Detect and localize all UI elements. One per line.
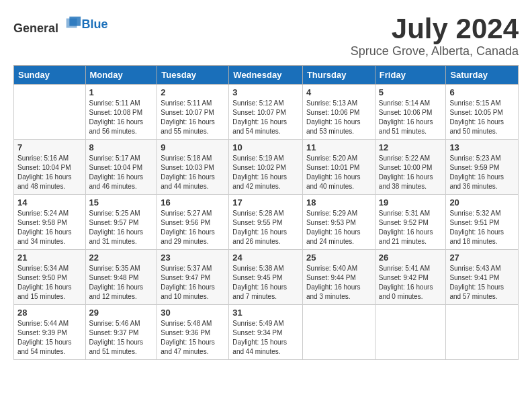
calendar-day-header: Sunday [14,66,86,85]
day-info: Sunrise: 5:19 AM Sunset: 10:02 PM Daylig… [232,154,299,191]
day-info: Sunrise: 5:22 AM Sunset: 10:00 PM Daylig… [379,154,443,191]
day-number: 15 [89,197,154,208]
day-number: 6 [449,87,515,97]
calendar-cell: 14Sunrise: 5:24 AM Sunset: 9:58 PM Dayli… [14,195,86,250]
calendar-cell: 26Sunrise: 5:41 AM Sunset: 9:42 PM Dayli… [375,250,446,305]
calendar-cell [14,85,86,140]
day-number: 1 [89,87,154,97]
day-number: 14 [17,197,82,208]
calendar-day-header: Tuesday [157,66,229,85]
day-info: Sunrise: 5:13 AM Sunset: 10:06 PM Daylig… [306,99,371,136]
page-header: General Blue July 2024 Spruce Grove, Alb… [13,13,519,58]
day-number: 30 [161,308,225,318]
calendar-day-header: Thursday [302,66,375,85]
day-number: 19 [379,197,443,208]
day-number: 4 [306,87,371,97]
day-info: Sunrise: 5:16 AM Sunset: 10:04 PM Daylig… [17,154,82,191]
day-number: 27 [449,253,515,263]
calendar-week-row: 21Sunrise: 5:34 AM Sunset: 9:50 PM Dayli… [14,250,519,305]
day-info: Sunrise: 5:41 AM Sunset: 9:42 PM Dayligh… [379,264,443,302]
day-info: Sunrise: 5:20 AM Sunset: 10:01 PM Daylig… [306,154,371,191]
day-info: Sunrise: 5:15 AM Sunset: 10:05 PM Daylig… [449,99,515,136]
calendar-cell: 24Sunrise: 5:38 AM Sunset: 9:45 PM Dayli… [229,250,303,305]
logo: General Blue [13,13,108,36]
day-number: 24 [232,253,299,263]
day-info: Sunrise: 5:12 AM Sunset: 10:07 PM Daylig… [232,99,299,136]
calendar-cell: 7Sunrise: 5:16 AM Sunset: 10:04 PM Dayli… [14,140,86,195]
day-info: Sunrise: 5:32 AM Sunset: 9:51 PM Dayligh… [449,209,515,246]
day-info: Sunrise: 5:29 AM Sunset: 9:53 PM Dayligh… [306,209,371,246]
calendar-cell: 1Sunrise: 5:11 AM Sunset: 10:08 PM Dayli… [85,85,157,140]
calendar-week-row: 28Sunrise: 5:44 AM Sunset: 9:39 PM Dayli… [14,305,519,360]
day-info: Sunrise: 5:17 AM Sunset: 10:04 PM Daylig… [89,154,154,191]
calendar-header-row: SundayMondayTuesdayWednesdayThursdayFrid… [14,66,519,85]
day-number: 26 [379,253,443,263]
day-number: 10 [232,142,299,152]
calendar-day-header: Saturday [446,66,519,85]
logo-icon [63,13,82,32]
calendar-cell: 11Sunrise: 5:20 AM Sunset: 10:01 PM Dayl… [302,140,375,195]
calendar-week-row: 14Sunrise: 5:24 AM Sunset: 9:58 PM Dayli… [14,195,519,250]
day-number: 9 [161,142,225,152]
day-info: Sunrise: 5:48 AM Sunset: 9:36 PM Dayligh… [161,319,225,357]
calendar-cell: 25Sunrise: 5:40 AM Sunset: 9:44 PM Dayli… [302,250,375,305]
day-info: Sunrise: 5:43 AM Sunset: 9:41 PM Dayligh… [449,264,515,302]
day-number: 3 [232,87,299,97]
calendar-cell: 18Sunrise: 5:29 AM Sunset: 9:53 PM Dayli… [302,195,375,250]
calendar-day-header: Friday [375,66,446,85]
location-title: Spruce Grove, Alberta, Canada [351,44,519,58]
day-info: Sunrise: 5:14 AM Sunset: 10:06 PM Daylig… [379,99,443,136]
day-number: 20 [449,197,515,208]
day-info: Sunrise: 5:31 AM Sunset: 9:52 PM Dayligh… [379,209,443,246]
calendar-cell [302,305,375,360]
day-number: 12 [379,142,443,152]
calendar-cell: 5Sunrise: 5:14 AM Sunset: 10:06 PM Dayli… [375,85,446,140]
calendar-cell: 12Sunrise: 5:22 AM Sunset: 10:00 PM Dayl… [375,140,446,195]
calendar-cell: 16Sunrise: 5:27 AM Sunset: 9:56 PM Dayli… [157,195,229,250]
day-number: 25 [306,253,371,263]
day-number: 23 [161,253,225,263]
calendar-cell: 19Sunrise: 5:31 AM Sunset: 9:52 PM Dayli… [375,195,446,250]
calendar-cell: 17Sunrise: 5:28 AM Sunset: 9:55 PM Dayli… [229,195,303,250]
calendar-cell: 4Sunrise: 5:13 AM Sunset: 10:06 PM Dayli… [302,85,375,140]
day-number: 7 [17,142,82,152]
day-info: Sunrise: 5:37 AM Sunset: 9:47 PM Dayligh… [161,264,225,302]
calendar-cell: 31Sunrise: 5:49 AM Sunset: 9:34 PM Dayli… [229,305,303,360]
day-number: 31 [232,308,299,318]
calendar-cell: 20Sunrise: 5:32 AM Sunset: 9:51 PM Dayli… [446,195,519,250]
day-info: Sunrise: 5:25 AM Sunset: 9:57 PM Dayligh… [89,209,154,246]
title-section: July 2024 Spruce Grove, Alberta, Canada [351,13,519,58]
calendar-day-header: Monday [85,66,157,85]
calendar-cell: 28Sunrise: 5:44 AM Sunset: 9:39 PM Dayli… [14,305,86,360]
svg-marker-1 [66,18,77,28]
calendar-week-row: 7Sunrise: 5:16 AM Sunset: 10:04 PM Dayli… [14,140,519,195]
day-info: Sunrise: 5:46 AM Sunset: 9:37 PM Dayligh… [89,319,154,357]
day-info: Sunrise: 5:23 AM Sunset: 9:59 PM Dayligh… [449,154,515,191]
day-number: 22 [89,253,154,263]
calendar-cell: 22Sunrise: 5:35 AM Sunset: 9:48 PM Dayli… [85,250,157,305]
day-number: 2 [161,87,225,97]
calendar-cell: 8Sunrise: 5:17 AM Sunset: 10:04 PM Dayli… [85,140,157,195]
calendar-day-header: Wednesday [229,66,303,85]
calendar-cell: 3Sunrise: 5:12 AM Sunset: 10:07 PM Dayli… [229,85,303,140]
day-info: Sunrise: 5:11 AM Sunset: 10:08 PM Daylig… [89,99,154,136]
day-info: Sunrise: 5:18 AM Sunset: 10:03 PM Daylig… [161,154,225,191]
day-number: 5 [379,87,443,97]
day-info: Sunrise: 5:40 AM Sunset: 9:44 PM Dayligh… [306,264,371,302]
calendar-cell: 2Sunrise: 5:11 AM Sunset: 10:07 PM Dayli… [157,85,229,140]
calendar-cell [446,305,519,360]
day-number: 13 [449,142,515,152]
logo-general: General [13,21,58,35]
day-info: Sunrise: 5:27 AM Sunset: 9:56 PM Dayligh… [161,209,225,246]
day-info: Sunrise: 5:35 AM Sunset: 9:48 PM Dayligh… [89,264,154,302]
month-title: July 2024 [351,13,519,44]
day-number: 17 [232,197,299,208]
calendar-cell: 30Sunrise: 5:48 AM Sunset: 9:36 PM Dayli… [157,305,229,360]
day-info: Sunrise: 5:49 AM Sunset: 9:34 PM Dayligh… [232,319,299,357]
day-info: Sunrise: 5:11 AM Sunset: 10:07 PM Daylig… [161,99,225,136]
day-number: 16 [161,197,225,208]
calendar-cell: 29Sunrise: 5:46 AM Sunset: 9:37 PM Dayli… [85,305,157,360]
day-info: Sunrise: 5:28 AM Sunset: 9:55 PM Dayligh… [232,209,299,246]
calendar-cell: 10Sunrise: 5:19 AM Sunset: 10:02 PM Dayl… [229,140,303,195]
calendar-cell: 9Sunrise: 5:18 AM Sunset: 10:03 PM Dayli… [157,140,229,195]
